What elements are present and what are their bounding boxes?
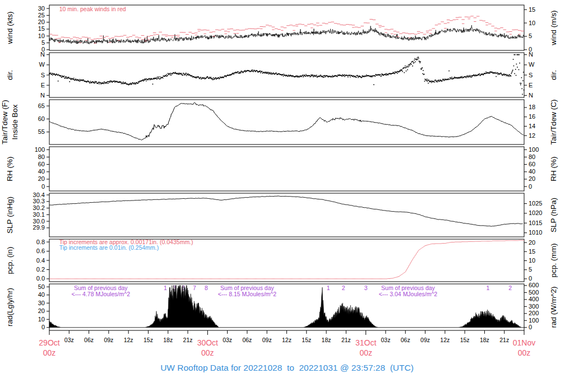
axis-label-right: Tair/Tdew (C): [549, 99, 558, 144]
panel-temp: 55606512141618Tair/Tdew (F)Inside BoxTai…: [1, 99, 558, 144]
annotation-sum-val-0: <--- 4.78 MJoules/m^2: [72, 291, 131, 297]
tick-label: S: [529, 72, 533, 78]
chart-canvas: 051015202530051015wind (kts)wind (m/s)10…: [0, 0, 574, 392]
tick-label: 100: [35, 146, 45, 153]
annotation-hour-mark: 3: [364, 284, 368, 291]
tick-label: 80: [38, 153, 45, 160]
panel-pcp: 0.00.20.40.60.805101520pcp. (in)pcp. (mm…: [6, 239, 558, 282]
tick-label: 0.8: [36, 239, 45, 245]
tick-label: 15: [529, 248, 535, 255]
tick-label: 29.9: [33, 224, 45, 231]
tick-label: 40: [38, 291, 45, 298]
axis-label-left: dir.: [6, 70, 14, 80]
x-tick-date: 29Oct: [39, 338, 59, 347]
axis-label-right: pcp. (mm): [549, 244, 558, 278]
series-wind-direction-deg: [49, 54, 524, 95]
x-tick-label: 15z: [460, 337, 470, 343]
x-tick-date: 30Oct: [197, 338, 218, 347]
tick-label: E: [529, 82, 533, 88]
tick-label: 600: [529, 282, 539, 288]
tick-label: N: [529, 51, 533, 58]
tick-label: 200: [529, 310, 539, 316]
tick-label: 60: [529, 161, 535, 167]
tick-label: 30.3: [33, 198, 45, 204]
tick-label: N: [40, 51, 45, 58]
x-tick-hour: 00z: [359, 348, 372, 357]
tick-label: W: [529, 61, 535, 68]
axis-label-right: rad (W/m^2): [549, 287, 558, 328]
tick-label: 500: [529, 289, 539, 296]
panel-wind: 051015202530051015wind (kts)wind (m/s)10…: [6, 5, 558, 53]
tick-label: 30: [38, 300, 45, 306]
tick-label: 0: [529, 275, 532, 282]
tick-label: 20: [38, 307, 45, 314]
x-tick-label: 12z: [282, 337, 291, 343]
tick-label: 0: [41, 183, 45, 190]
tick-label: 0.6: [36, 248, 45, 254]
series-tair-f: [49, 102, 524, 140]
tick-label: 100: [529, 146, 539, 153]
tick-label: 40: [38, 168, 45, 175]
tick-label: 65: [38, 102, 45, 109]
tick-label: 0: [41, 324, 45, 330]
x-tick-label: 15z: [302, 337, 311, 343]
x-tick-label: 09z: [262, 337, 272, 343]
tick-label: 12: [529, 132, 535, 139]
x-tick-label: 18z: [480, 337, 489, 343]
axis-label-right: SLP (hPa): [549, 198, 558, 232]
tick-label: S: [41, 72, 45, 78]
annotation-sum-val-2: <--- 3.04 MJoules/m^2: [379, 291, 438, 297]
tick-label: 0: [529, 324, 532, 330]
annotation-hour-mark: 1: [486, 284, 489, 291]
x-tick-label: 12z: [124, 337, 133, 343]
tick-label: 18: [529, 104, 535, 110]
annotation-hour-mark: 1: [164, 284, 167, 291]
x-tick-label: 03z: [381, 337, 390, 343]
axis-label-left: rad(Lgly/hr): [6, 288, 14, 326]
tick-label: W: [39, 61, 45, 68]
axis-label-right: RH (%): [549, 156, 558, 181]
tick-label: N: [529, 92, 533, 99]
x-tick-label: 06z: [401, 337, 410, 343]
tick-label: 30.1: [33, 211, 45, 218]
tick-label: 20: [529, 239, 535, 246]
tick-label: 5: [529, 266, 532, 273]
annotation-hour-mark: 2: [508, 284, 512, 291]
x-tick-label: 06z: [84, 337, 94, 343]
tick-label: 1020: [529, 209, 542, 216]
x-tick-hour: 00z: [201, 348, 214, 357]
annotation-hour-mark: 8: [205, 284, 208, 291]
x-tick-label: 18z: [163, 337, 173, 343]
tick-label: E: [41, 82, 45, 88]
x-tick-label: 15z: [144, 337, 153, 343]
axis-label-right: dir.: [549, 70, 558, 80]
tick-label: 15: [38, 25, 45, 32]
footer-title: UW Rooftop Data for 20221028 to 20221031…: [0, 363, 574, 373]
annotation-hour-mark: 1: [327, 284, 330, 291]
axis-label-left: wind (kts): [6, 12, 14, 45]
axis-label-left-2: Inside Box: [11, 104, 19, 139]
axis-label-left: RH (%): [6, 156, 14, 181]
tick-label: 10: [38, 32, 45, 39]
tick-label: 300: [529, 303, 539, 310]
axis-label-left: SLP (inHg): [6, 197, 14, 234]
tick-label: 10: [38, 316, 45, 323]
tick-label: 15: [529, 6, 535, 13]
tick-label: 10: [529, 20, 535, 26]
x-tick-label: 03z: [64, 337, 74, 343]
x-axis: 29Oct00z03z06z09z12z15z18z21z30Oct00z03z…: [39, 330, 535, 357]
x-tick-label: 21z: [499, 337, 509, 343]
tick-label: 60: [38, 115, 45, 122]
x-tick-label: 18z: [322, 337, 331, 343]
x-tick-label: 09z: [104, 337, 113, 343]
x-tick-date: 01Nov: [513, 338, 535, 347]
series-slp-inhg: [49, 196, 523, 226]
x-tick-label: 09z: [420, 337, 430, 343]
tick-label: 25: [38, 12, 45, 18]
x-tick-label: 21z: [341, 337, 351, 343]
panel-rad: 010203040500100200300400500600rad(Lgly/h…: [6, 282, 558, 330]
annotation-peak-winds: 10 min. peak winds in red: [59, 6, 126, 12]
x-tick-label: 12z: [440, 337, 450, 343]
tick-label: 5: [41, 39, 45, 46]
tick-label: 400: [529, 296, 539, 302]
